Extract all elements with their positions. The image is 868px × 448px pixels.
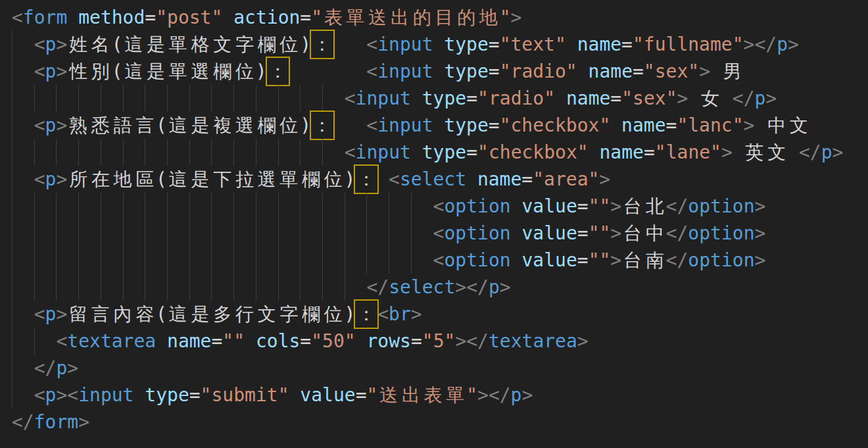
code-token: type bbox=[422, 87, 466, 109]
code-token bbox=[589, 141, 600, 163]
code-token: select bbox=[400, 168, 466, 190]
code-token: p bbox=[45, 114, 57, 136]
code-token bbox=[511, 195, 522, 217]
code-token: < bbox=[377, 303, 389, 325]
code-token: p bbox=[511, 384, 522, 406]
editor-page: { "colors": { "background": "#202021", "… bbox=[0, 0, 868, 448]
code-token: action bbox=[233, 7, 300, 28]
code-token bbox=[356, 330, 367, 352]
code-line[interactable]: <p>所在地區(這是下拉選單欄位)： <select name="area"> bbox=[12, 166, 868, 193]
code-token: cols bbox=[256, 330, 300, 352]
code-token: input bbox=[356, 141, 411, 163]
code-token: > bbox=[56, 114, 67, 136]
code-line[interactable]: <input type="checkbox" name="lane"> 英文 <… bbox=[12, 139, 868, 166]
code-token: </ bbox=[733, 87, 755, 109]
indent-guides bbox=[12, 220, 433, 247]
code-token: "post" bbox=[156, 7, 222, 28]
unicode-highlight-box: ： bbox=[355, 168, 377, 190]
code-token: > bbox=[67, 357, 78, 379]
code-token: 中文 bbox=[754, 114, 809, 136]
code-line[interactable]: <p>留言內容(這是多行文字欄位)：<br> bbox=[12, 301, 868, 328]
code-token: = bbox=[577, 249, 589, 271]
code-token: > bbox=[455, 276, 466, 298]
code-token: br bbox=[389, 303, 411, 325]
code-line[interactable]: <option value="">台北</option> bbox=[12, 193, 868, 220]
code-token bbox=[511, 222, 522, 244]
code-token: 性別(這是單選欄位) bbox=[67, 61, 266, 82]
code-token: textarea bbox=[489, 330, 577, 352]
code-line[interactable]: <form method="post" action="表單送出的目的地"> bbox=[12, 4, 868, 31]
code-line[interactable]: <p>性別(這是單選欄位)： <input type="radio" name=… bbox=[12, 58, 868, 85]
code-token: = bbox=[145, 7, 156, 28]
code-token: p bbox=[45, 61, 57, 82]
code-token: </ bbox=[489, 384, 511, 406]
code-line[interactable]: <option value="">台南</option> bbox=[12, 247, 868, 274]
code-token bbox=[511, 249, 522, 271]
code-token: > bbox=[754, 249, 765, 271]
code-line[interactable]: </p> bbox=[12, 355, 868, 382]
code-line[interactable]: <input type="radio" name="sex"> 女 </p> bbox=[12, 85, 868, 112]
code-token: < bbox=[345, 141, 356, 163]
code-token: </ bbox=[799, 141, 821, 163]
code-token: p bbox=[45, 384, 57, 406]
code-line[interactable]: <textarea name="" cols="50" rows="5"></t… bbox=[12, 328, 868, 355]
code-line[interactable]: <p>姓名(這是單格文字欄位)： <input type="text" name… bbox=[12, 31, 868, 58]
code-token: > bbox=[599, 168, 610, 190]
code-token: "" bbox=[589, 249, 611, 271]
code-token: "lanc" bbox=[677, 114, 743, 136]
code-token: > bbox=[577, 330, 589, 352]
code-line[interactable]: </form> bbox=[12, 409, 868, 436]
code-line[interactable]: <p><input type="submit" value="送出表單"></p… bbox=[12, 382, 868, 409]
code-token: > bbox=[78, 411, 89, 433]
code-token: > bbox=[832, 141, 844, 163]
code-token bbox=[566, 34, 577, 55]
code-token: type bbox=[444, 61, 488, 82]
code-token: 所在地區(這是下拉選單欄位) bbox=[67, 168, 355, 190]
code-token: value bbox=[521, 222, 577, 244]
code-token: value bbox=[521, 195, 577, 217]
code-token: textarea bbox=[67, 330, 156, 352]
code-token: > bbox=[744, 34, 755, 55]
code-token: option bbox=[444, 222, 510, 244]
code-token: 男 bbox=[710, 61, 744, 82]
code-token: > bbox=[610, 249, 621, 271]
indent-guides bbox=[12, 112, 34, 139]
code-token: type bbox=[422, 141, 466, 163]
code-token: </ bbox=[666, 249, 688, 271]
code-token: = bbox=[621, 34, 633, 55]
code-token: = bbox=[466, 87, 477, 109]
code-token: < bbox=[433, 222, 445, 244]
code-token: > bbox=[754, 195, 765, 217]
code-token: </ bbox=[466, 276, 489, 298]
code-token: input bbox=[78, 384, 133, 406]
code-token: > bbox=[721, 141, 733, 163]
code-token: "submit" bbox=[201, 384, 289, 406]
code-token: = bbox=[211, 330, 222, 352]
code-token: p bbox=[45, 34, 57, 55]
code-token: = bbox=[521, 168, 533, 190]
code-line[interactable]: <p>熟悉語言(這是複選欄位)： <input type="checkbox" … bbox=[12, 112, 868, 139]
code-token: p bbox=[56, 357, 67, 379]
code-token: 熟悉語言(這是複選欄位) bbox=[67, 114, 311, 136]
code-token: = bbox=[489, 34, 500, 55]
code-token bbox=[433, 34, 444, 55]
code-token: "sex" bbox=[621, 87, 677, 109]
code-token: = bbox=[577, 222, 589, 244]
code-token: > bbox=[610, 222, 621, 244]
code-token: 姓名(這是單格文字欄位) bbox=[67, 34, 311, 55]
code-token: "表單送出的目的地" bbox=[311, 7, 510, 28]
code-line[interactable]: <option value="">台中</option> bbox=[12, 220, 868, 247]
code-line[interactable]: </select></p> bbox=[12, 274, 868, 301]
code-token: < bbox=[34, 61, 45, 82]
code-token: < bbox=[34, 303, 45, 325]
code-token bbox=[411, 141, 422, 163]
code-token: option bbox=[688, 249, 754, 271]
code-token: 台南 bbox=[621, 249, 665, 271]
code-token bbox=[156, 330, 167, 352]
code-token: "sex" bbox=[644, 61, 699, 82]
code-editor[interactable]: <form method="post" action="表單送出的目的地"> <… bbox=[0, 0, 868, 448]
code-token bbox=[610, 114, 621, 136]
code-token: > bbox=[56, 168, 67, 190]
code-token: > bbox=[677, 87, 688, 109]
code-token: = bbox=[666, 114, 677, 136]
